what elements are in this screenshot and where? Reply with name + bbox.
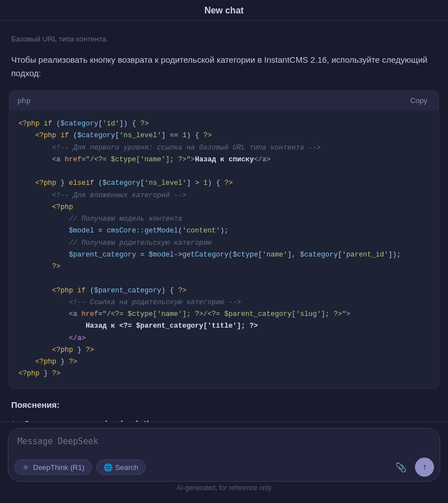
code-header: php Copy bbox=[10, 91, 438, 110]
input-box: ⚛ DeepThink (R1) 🌐 Search 📎 ↑ bbox=[8, 428, 440, 482]
footer-note: AI-generated, for reference only bbox=[8, 482, 440, 495]
intro-message: Чтобы реализовать кнопку возврата к роди… bbox=[0, 46, 448, 86]
message-input[interactable] bbox=[8, 429, 440, 453]
page-title: New chat bbox=[204, 6, 244, 15]
input-right-tools: 📎 ↑ bbox=[391, 458, 434, 477]
send-button[interactable]: ↑ bbox=[415, 458, 434, 477]
explanations-title: Пояснения: bbox=[11, 400, 437, 409]
input-toolbar: ⚛ DeepThink (R1) 🌐 Search 📎 ↑ bbox=[8, 455, 440, 481]
copy-button[interactable]: Copy bbox=[407, 95, 431, 106]
paperclip-icon: 📎 bbox=[395, 462, 407, 473]
app-header: New chat bbox=[0, 0, 448, 21]
deepthink-label: DeepThink (R1) bbox=[33, 463, 85, 472]
search-label: Search bbox=[115, 463, 138, 472]
input-area: ⚛ DeepThink (R1) 🌐 Search 📎 ↑ AI-generat… bbox=[0, 422, 448, 503]
attach-button[interactable]: 📎 bbox=[391, 458, 410, 477]
globe-icon: 🌐 bbox=[104, 463, 113, 472]
fade-top-text: Базовый URL типа контента. bbox=[0, 28, 448, 46]
input-left-tools: ⚛ DeepThink (R1) 🌐 Search bbox=[14, 459, 146, 475]
code-block: php Copy <?php if ($category['id']) { ?>… bbox=[9, 90, 439, 389]
code-language: php bbox=[17, 96, 30, 105]
send-icon: ↑ bbox=[422, 462, 427, 472]
atom-icon: ⚛ bbox=[21, 463, 30, 472]
deepthink-chip[interactable]: ⚛ DeepThink (R1) bbox=[14, 459, 92, 475]
explanations-section: Пояснения: bbox=[0, 395, 448, 418]
search-chip[interactable]: 🌐 Search bbox=[96, 459, 146, 475]
code-content: <?php if ($category['id']) { ?> <?php if… bbox=[10, 110, 438, 388]
